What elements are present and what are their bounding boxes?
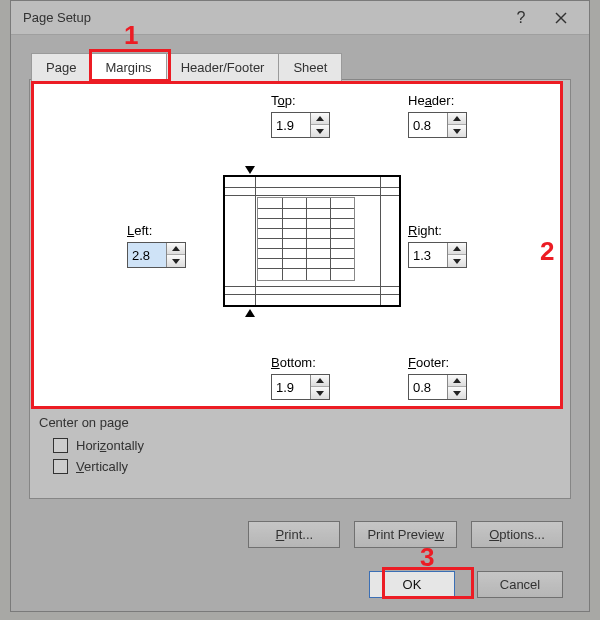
- spinner-down-icon[interactable]: [448, 125, 466, 137]
- ok-button[interactable]: OK: [369, 571, 455, 598]
- margin-header-spinner[interactable]: [408, 112, 467, 138]
- margin-header-label: Header:: [408, 93, 454, 108]
- margins-panel: Top: Header:: [33, 83, 563, 409]
- close-icon: [555, 12, 567, 24]
- spinner-down-icon[interactable]: [448, 255, 466, 267]
- center-horizontally-checkbox[interactable]: [53, 438, 68, 453]
- dialog-buttons: OK Cancel: [369, 571, 563, 598]
- center-horizontally-label: Horizontally: [76, 438, 144, 453]
- marker-bottom-icon: [245, 309, 255, 317]
- margin-right-spinner[interactable]: [408, 242, 467, 268]
- annotation-1: 1: [124, 20, 138, 51]
- margin-bottom-input[interactable]: [272, 375, 310, 399]
- help-button[interactable]: ?: [501, 4, 541, 32]
- spinner-down-icon[interactable]: [448, 387, 466, 399]
- margin-footer-spinner[interactable]: [408, 374, 467, 400]
- page-preview: [223, 175, 401, 307]
- margin-top-label: Top:: [271, 93, 296, 108]
- margin-left-label: Left:: [127, 223, 152, 238]
- tab-sheet[interactable]: Sheet: [278, 53, 342, 82]
- options-button[interactable]: Options...: [471, 521, 563, 548]
- tab-page[interactable]: Page: [31, 53, 91, 82]
- annotation-2: 2: [540, 236, 554, 267]
- margin-left-input[interactable]: [128, 243, 166, 267]
- page-setup-dialog: Page Setup ? Page Margins Header/Footer …: [10, 0, 590, 612]
- margin-bottom-spinner[interactable]: [271, 374, 330, 400]
- close-button[interactable]: [541, 4, 581, 32]
- margin-top-input[interactable]: [272, 113, 310, 137]
- annotation-3: 3: [420, 542, 434, 573]
- dialog-title: Page Setup: [23, 10, 501, 25]
- spinner-up-icon[interactable]: [167, 243, 185, 255]
- margin-header-input[interactable]: [409, 113, 447, 137]
- margin-bottom-label: Bottom:: [271, 355, 316, 370]
- tab-margins[interactable]: Margins: [90, 53, 166, 82]
- titlebar: Page Setup ?: [11, 1, 589, 35]
- print-button[interactable]: Print...: [248, 521, 340, 548]
- margin-footer-label: Footer:: [408, 355, 449, 370]
- margin-right-input[interactable]: [409, 243, 447, 267]
- spinner-up-icon[interactable]: [448, 375, 466, 387]
- cancel-button[interactable]: Cancel: [477, 571, 563, 598]
- center-vertically-checkbox[interactable]: [53, 459, 68, 474]
- help-icon: ?: [517, 9, 526, 27]
- spinner-down-icon[interactable]: [311, 387, 329, 399]
- spinner-down-icon[interactable]: [311, 125, 329, 137]
- spinner-up-icon[interactable]: [311, 375, 329, 387]
- spinner-up-icon[interactable]: [448, 113, 466, 125]
- center-on-page-title: Center on page: [39, 415, 144, 430]
- center-vertically-label: Vertically: [76, 459, 128, 474]
- tabstrip: Page Margins Header/Footer Sheet: [31, 53, 341, 82]
- margin-right-label: Right:: [408, 223, 442, 238]
- margin-top-spinner[interactable]: [271, 112, 330, 138]
- spinner-up-icon[interactable]: [448, 243, 466, 255]
- spinner-up-icon[interactable]: [311, 113, 329, 125]
- tab-header-footer[interactable]: Header/Footer: [166, 53, 280, 82]
- marker-top-icon: [245, 166, 255, 174]
- action-buttons: Print... Print Preview Options...: [248, 521, 563, 548]
- margin-footer-input[interactable]: [409, 375, 447, 399]
- margin-left-spinner[interactable]: [127, 242, 186, 268]
- center-on-page: Center on page Horizontally Vertically: [39, 415, 144, 480]
- spinner-down-icon[interactable]: [167, 255, 185, 267]
- print-preview-button[interactable]: Print Preview: [354, 521, 457, 548]
